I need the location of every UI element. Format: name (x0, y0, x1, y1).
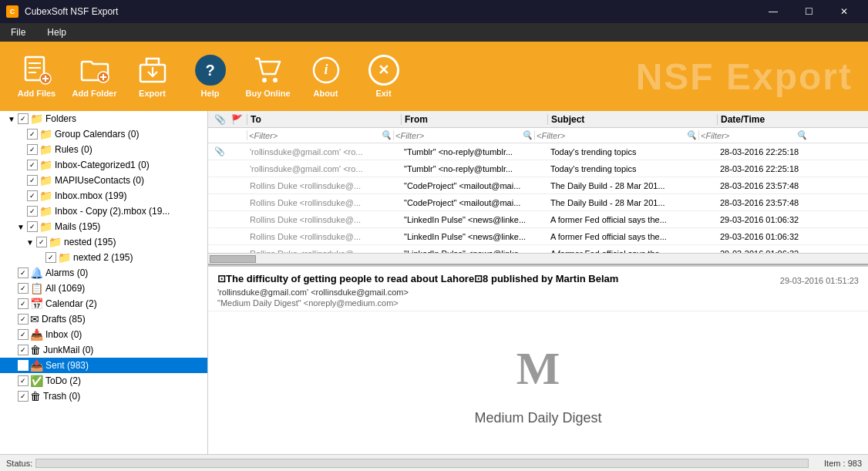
search-icon[interactable]: 🔍 (796, 130, 807, 140)
email-row[interactable]: Rollins Duke <rollinsduke@... "LinkedIn … (208, 228, 868, 245)
checkbox[interactable]: ✓ (18, 391, 29, 402)
col-from-header[interactable]: From (401, 114, 547, 125)
email-row[interactable]: Rollins Duke <rollinsduke@... "LinkedIn … (208, 211, 868, 228)
medium-brand-name: Medium Daily Digest (474, 410, 601, 426)
sidebar-item-alarms[interactable]: ✓ 🔔 Alarms (0) (0, 265, 207, 281)
minimize-button[interactable]: — (755, 0, 791, 23)
sidebar-item-label: ToDo (2) (45, 375, 81, 386)
exit-icon: ✕ (368, 55, 399, 86)
add-folder-icon (79, 55, 110, 86)
checkbox[interactable]: ✓ (18, 267, 29, 278)
email-row[interactable]: Rollins Duke <rollinsduke@... "CodeProje… (208, 194, 868, 211)
checkbox[interactable]: ✓ (27, 221, 38, 232)
email-date: 29-03-2016 01:06:32 (717, 215, 833, 224)
preview-body: M Medium Daily Digest (208, 311, 868, 454)
sidebar-item-inbox-copy[interactable]: ✓ 📁 Inbox - Copy (2).mbox (19... (0, 204, 207, 219)
sidebar-item-label: Group Calendars (0) (55, 129, 139, 140)
scrollbar-thumb[interactable] (210, 255, 256, 263)
checkbox[interactable]: ✓ (18, 113, 29, 124)
sidebar-item-inbox-cat[interactable]: ✓ 📁 Inbox-Categorized1 (0) (0, 157, 207, 173)
checkbox[interactable]: ✓ (45, 252, 56, 263)
checkbox[interactable]: ✓ (18, 314, 29, 325)
folder-icon: 📁 (39, 205, 52, 217)
sidebar-item-group-calendars[interactable]: ✓ 📁 Group Calendars (0) (0, 126, 207, 142)
filter-subject-input[interactable] (537, 131, 686, 140)
svg-text:i: i (324, 62, 328, 77)
checkbox[interactable]: ✓ (27, 190, 38, 201)
sidebar-item-junkmail[interactable]: ✓ 🗑 JunkMail (0) (0, 342, 207, 358)
email-date: 28-03-2016 23:57:48 (717, 198, 833, 207)
col-date-header[interactable]: Date/Time (717, 114, 833, 125)
menu-help[interactable]: Help (42, 25, 71, 39)
checkbox[interactable]: ✓ (18, 345, 29, 355)
add-folder-label: Add Folder (72, 89, 116, 98)
buy-online-button[interactable]: Buy Online (239, 45, 297, 107)
email-date: 28-03-2016 22:25:18 (717, 164, 833, 173)
close-button[interactable]: ✕ (826, 0, 862, 23)
expand-icon: ▼ (17, 223, 26, 231)
folder-icon: 📁 (39, 220, 52, 233)
sidebar-item-todo[interactable]: ✓ ✅ ToDo (2) (0, 373, 207, 389)
content-row: ▼ ✓ 📁 Folders ✓ 📁 Group Calendars (0) ✓ … (0, 111, 868, 454)
sidebar-item-drafts[interactable]: ✓ ✉ Drafts (85) (0, 311, 207, 327)
add-folder-button[interactable]: Add Folder (66, 45, 123, 107)
email-to: 'rollinsduke@gmail.com' <ro... (247, 147, 401, 156)
col-subject-header[interactable]: Subject (547, 114, 717, 125)
email-row[interactable]: 📎 'rollinsduke@gmail.com' <ro... "Tumblr… (208, 143, 868, 160)
checkbox[interactable]: ✓ (36, 237, 47, 247)
about-button[interactable]: i About (297, 45, 355, 107)
email-row[interactable]: Rollins Duke <rollinsduke@... "CodeProje… (208, 177, 868, 194)
checkbox[interactable]: ✓ (27, 129, 38, 140)
menu-file[interactable]: File (6, 25, 30, 39)
svg-point-13 (273, 78, 278, 82)
app-icon: C (6, 5, 19, 18)
export-button[interactable]: Export (123, 45, 181, 107)
filter-date-input[interactable] (701, 131, 796, 140)
checkbox[interactable]: ✓ (27, 144, 38, 155)
sidebar-item-mails[interactable]: ▼ ✓ 📁 Mails (195) (0, 219, 207, 234)
sidebar-item-all[interactable]: ✓ 📋 All (1069) (0, 281, 207, 296)
sidebar-item-inbox-mbox[interactable]: ✓ 📁 Inbox.mbox (199) (0, 188, 207, 204)
email-row[interactable]: 'rollinsduke@gmail.com' <ro... "Tumblr" … (208, 160, 868, 177)
sidebar-item-mapi[interactable]: ✓ 📁 MAPIUseContacts (0) (0, 173, 207, 188)
email-date: 28-03-2016 22:25:18 (717, 147, 833, 156)
help-button[interactable]: ? Help (181, 45, 239, 107)
folder-icon: 📤 (30, 359, 43, 372)
search-icon[interactable]: 🔍 (522, 130, 533, 140)
main-container: ▼ ✓ 📁 Folders ✓ 📁 Group Calendars (0) ✓ … (0, 111, 868, 471)
filter-from-input[interactable] (395, 131, 522, 140)
sidebar-item-rules[interactable]: ✓ 📁 Rules (0) (0, 142, 207, 157)
sidebar-item-calendar[interactable]: ✓ 📅 Calendar (2) (0, 296, 207, 311)
sidebar-item-label: Sent (983) (45, 360, 89, 371)
folder-icon: 📁 (39, 174, 52, 187)
checkbox[interactable]: ✓ (18, 283, 29, 294)
filter-row: 🔍 🔍 🔍 🔍 (208, 128, 868, 143)
checkbox[interactable]: ✓ (27, 160, 38, 170)
col-to-header[interactable]: To (247, 114, 401, 125)
sidebar-item-sent[interactable]: ✓ 📤 Sent (983) (0, 358, 207, 373)
search-icon[interactable]: 🔍 (686, 130, 697, 140)
sidebar-item-label: Alarms (0) (45, 267, 88, 278)
exit-button[interactable]: ✕ Exit (355, 45, 412, 107)
add-files-button[interactable]: Add Files (8, 45, 66, 107)
checkbox[interactable]: ✓ (27, 175, 38, 186)
item-label: Item : (824, 459, 846, 468)
checkbox[interactable]: ✓ (27, 206, 38, 217)
search-icon[interactable]: 🔍 (381, 130, 392, 140)
sidebar-item-nexted2[interactable]: ✓ 📁 nexted 2 (195) (0, 250, 207, 265)
sidebar-item-trash[interactable]: ✓ 🗑 Trash (0) (0, 389, 207, 404)
sidebar-item-nested[interactable]: ▼ ✓ 📁 nested (195) (0, 234, 207, 250)
maximize-button[interactable]: ☐ (791, 0, 826, 23)
checkbox[interactable]: ✓ (18, 329, 29, 340)
item-count: Item : 983 (824, 459, 862, 468)
horizontal-scrollbar[interactable] (208, 253, 868, 264)
filter-to-input[interactable] (249, 131, 381, 140)
checkbox[interactable]: ✓ (18, 360, 29, 371)
checkbox[interactable]: ✓ (18, 298, 29, 309)
sidebar-item-inbox[interactable]: ✓ 📥 Inbox (0) (0, 327, 207, 342)
sidebar-item-folders[interactable]: ▼ ✓ 📁 Folders (0, 111, 207, 126)
email-row[interactable]: Rollins Duke <rollinsduke@... "LinkedIn … (208, 245, 868, 253)
window-title: CubexSoft NSF Export (25, 6, 749, 17)
folder-icon: ✅ (30, 375, 43, 387)
checkbox[interactable]: ✓ (18, 375, 29, 386)
